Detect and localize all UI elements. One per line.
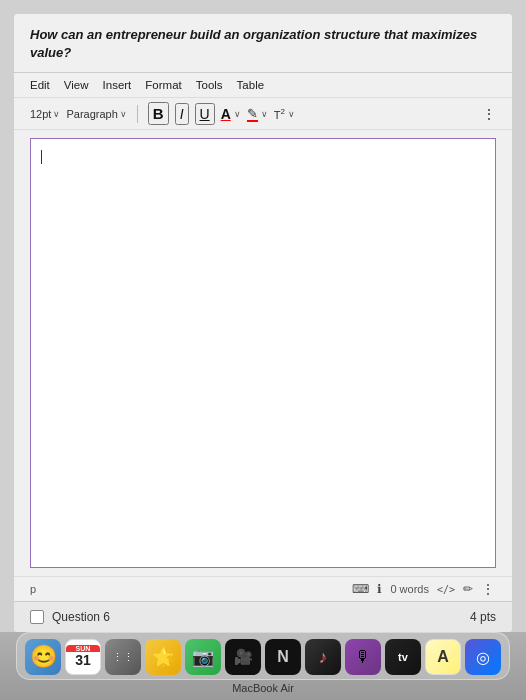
dock-podcasts[interactable]: 🎙 [345,639,381,675]
font-size-select[interactable]: 12pt ∨ [30,108,60,120]
dock-music[interactable]: ♪ [305,639,341,675]
question-header: How can an entrepreneur build an organiz… [14,14,512,72]
dock-launchpad[interactable]: ⋮⋮ [105,639,141,675]
menu-tools[interactable]: Tools [196,77,223,93]
dock-tv[interactable]: tv [385,639,421,675]
status-more-button[interactable]: ⋮ [481,581,496,597]
checkbox-area: Question 6 [30,610,110,624]
keyboard-icon[interactable]: ⌨ [352,582,369,596]
toolbar: 12pt ∨ Paragraph ∨ B I U A ∨ ✎ ∨ T2 ∨ [14,97,512,130]
font-color-group: A ∨ [221,106,241,122]
dock-zoom[interactable]: 🎥 [225,639,261,675]
dock-texteditor[interactable]: A [425,639,461,675]
menu-format[interactable]: Format [145,77,181,93]
bold-button[interactable]: B [148,102,169,125]
dock-notes[interactable]: N [265,639,301,675]
app-window: How can an entrepreneur build an organiz… [14,14,512,632]
font-size-chevron: ∨ [53,109,60,119]
calendar-date: 31 [75,652,91,669]
dock-bar: 😊 SUN 31 ⋮⋮ 🌟 📷 🎥 N ♪ [16,632,510,680]
dock-finder[interactable]: 😊 [25,639,61,675]
question-label: Question 6 [52,610,110,624]
bottom-bar: Question 6 4 pts [14,601,512,632]
toolbar-more-button[interactable]: ⋮ [482,106,496,122]
italic-button[interactable]: I [175,103,189,125]
paragraph-select[interactable]: Paragraph ∨ [66,108,126,120]
status-bar: p ⌨ ℹ 0 words </> ✏ ⋮ [14,576,512,601]
question-text: How can an entrepreneur build an organiz… [30,26,496,62]
code-tag-button[interactable]: </> [437,584,455,595]
question-checkbox[interactable] [30,610,44,624]
font-color-chevron: ∨ [234,109,241,119]
word-count: 0 words [390,583,429,595]
pts-label: 4 pts [470,610,496,624]
editor-box[interactable] [30,138,496,568]
superscript-chevron: ∨ [288,109,295,119]
text-cursor [41,150,42,164]
menu-edit[interactable]: Edit [30,77,50,93]
paragraph-chevron: ∨ [120,109,127,119]
superscript-button[interactable]: T2 [274,107,285,121]
highlight-chevron: ∨ [261,109,268,119]
paragraph-indicator: p [30,583,36,595]
dock-calendar[interactable]: SUN 31 [65,639,101,675]
status-icons: ⌨ ℹ 0 words </> ✏ ⋮ [352,581,496,597]
menu-view[interactable]: View [64,77,89,93]
macbook-label: MacBook Air [232,682,294,694]
dock-facetime[interactable]: 📷 [185,639,221,675]
menu-insert[interactable]: Insert [103,77,132,93]
highlight-group: ✎ ∨ [247,106,268,121]
dock-area: 😊 SUN 31 ⋮⋮ 🌟 📷 🎥 N ♪ [0,632,526,700]
editor-container [14,130,512,576]
menu-table[interactable]: Table [237,77,265,93]
highlight-button[interactable]: ✎ [247,106,258,121]
dock-spotlight[interactable]: 🌟 [145,639,181,675]
info-icon[interactable]: ℹ [377,582,382,596]
dock-siri[interactable]: ◎ [465,639,501,675]
menu-bar: Edit View Insert Format Tools Table [14,72,512,97]
screen: How can an entrepreneur build an organiz… [0,0,526,700]
underline-button[interactable]: U [195,103,215,125]
superscript-group: T2 ∨ [274,107,295,121]
font-color-button[interactable]: A [221,106,231,122]
pencil-icon[interactable]: ✏ [463,582,473,596]
toolbar-divider-1 [137,105,138,123]
